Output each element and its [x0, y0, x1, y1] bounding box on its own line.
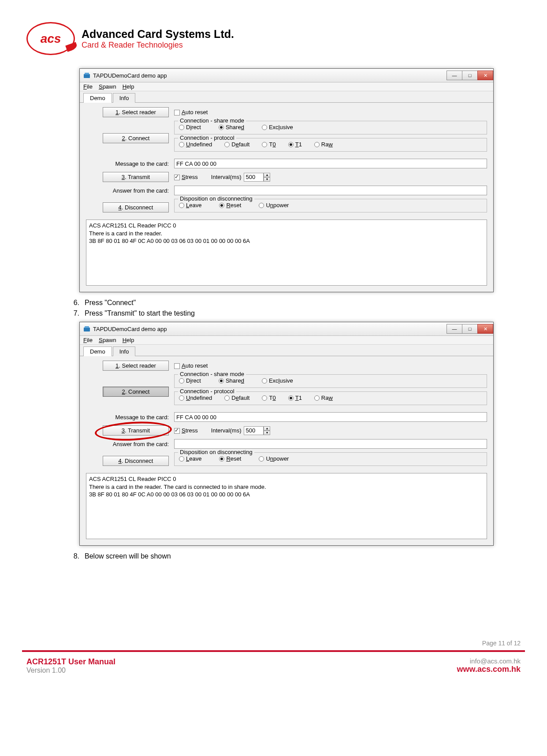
tab-demo[interactable]: Demo [83, 346, 112, 356]
close-button[interactable]: ✕ [477, 324, 493, 334]
interval-input[interactable] [244, 173, 264, 182]
close-button[interactable]: ✕ [477, 71, 493, 80]
transmit-button[interactable]: 3. Transmit [103, 425, 169, 436]
window-title: TAPDUDemoCard demo app [93, 326, 447, 332]
radio-reset[interactable]: Reset [219, 202, 241, 209]
stress-checkbox[interactable] [174, 175, 180, 180]
radio-reset[interactable]: Reset [219, 455, 241, 462]
app-icon [83, 325, 90, 332]
radio-exclusive[interactable]: Exclusive [262, 377, 293, 384]
radio-default[interactable]: Default [224, 395, 249, 401]
radio-direct[interactable]: Direct [179, 124, 201, 130]
interval-input[interactable] [244, 426, 264, 435]
step-7: 7.Press "Transmit" to start the testing [71, 309, 521, 317]
autoreset-label: Auto reset [182, 362, 208, 369]
transmit-button[interactable]: 3. Transmit [103, 172, 169, 182]
doc-header: acs Advanced Card Systems Ltd. Card & Re… [26, 22, 521, 55]
radio-t1[interactable]: T1 [288, 395, 302, 401]
titlebar: TAPDUDemoCard demo app — □ ✕ [80, 69, 493, 82]
radio-default[interactable]: Default [224, 141, 249, 148]
protocol-group: Connection - protocol Undefined Default … [174, 391, 487, 405]
select-reader-button[interactable]: 1. Select reader [103, 361, 169, 371]
radio-raw[interactable]: Raw [314, 141, 333, 148]
radio-leave[interactable]: Leave [179, 455, 201, 462]
window-title: TAPDUDemoCard demo app [93, 72, 447, 79]
titlebar: TAPDUDemoCard demo app — □ ✕ [80, 322, 493, 336]
interval-label: Interval(ms) [211, 174, 242, 180]
step-6: 6.Press "Connect" [71, 299, 521, 307]
log-output: ACS ACR1251 CL Reader PICC 0 There is a … [86, 473, 487, 539]
menu-spawn[interactable]: Spawn [99, 83, 116, 90]
disconnect-button[interactable]: 4. Disconnect [103, 456, 169, 466]
disconnect-button[interactable]: 4. Disconnect [103, 202, 169, 212]
autoreset-label: Auto reset [182, 109, 208, 115]
message-input[interactable] [174, 412, 487, 422]
svg-rect-3 [85, 326, 89, 328]
step-8: 8.Below screen will be shown [71, 552, 521, 560]
spin-down-icon[interactable]: ▼ [264, 177, 270, 182]
doc-version: Version 1.00 [26, 667, 115, 674]
maximize-button[interactable]: □ [462, 324, 478, 334]
menu-help[interactable]: Help [123, 337, 134, 343]
answer-label: Answer from the card: [113, 441, 169, 447]
menu-file[interactable]: File [83, 337, 93, 343]
tab-demo[interactable]: Demo [83, 93, 112, 103]
radio-t0[interactable]: T0 [262, 395, 275, 401]
menubar: File Spawn Help [80, 82, 493, 91]
menu-help[interactable]: Help [123, 83, 134, 90]
radio-exclusive[interactable]: Exclusive [262, 124, 293, 130]
minimize-button[interactable]: — [447, 71, 462, 80]
menu-spawn[interactable]: Spawn [99, 337, 116, 343]
radio-shared[interactable]: Shared [219, 124, 244, 130]
svg-rect-0 [84, 74, 90, 78]
contact-email: info@acs.com.hk [457, 657, 521, 665]
radio-t0[interactable]: T0 [262, 141, 275, 148]
autoreset-checkbox[interactable] [174, 363, 180, 369]
logo-icon: acs [26, 22, 75, 55]
radio-shared[interactable]: Shared [219, 377, 244, 384]
radio-unpower[interactable]: Unpower [259, 455, 289, 462]
interval-label: Interval(ms) [211, 427, 242, 434]
website-link[interactable]: www.acs.com.hk [457, 665, 521, 674]
radio-unpower[interactable]: Unpower [259, 202, 289, 209]
radio-undefined[interactable]: Undefined [179, 141, 212, 148]
tab-info[interactable]: Info [113, 93, 136, 103]
protocol-group: Connection - protocol Undefined Default … [174, 138, 487, 152]
tab-info[interactable]: Info [113, 346, 136, 356]
doc-title: ACR1251T User Manual [26, 657, 115, 667]
page-number: Page 11 of 12 [0, 640, 547, 647]
company-tagline: Card & Reader Technologies [82, 41, 234, 50]
disposition-group: Disposition on disconnecting Leave Reset… [174, 452, 487, 466]
radio-t1[interactable]: T1 [288, 141, 302, 148]
company-name: Advanced Card Systems Ltd. [82, 28, 234, 41]
autoreset-checkbox[interactable] [174, 110, 180, 115]
connect-button[interactable]: 2. Connect [103, 133, 169, 143]
spin-up-icon[interactable]: ▲ [264, 173, 270, 177]
connect-button[interactable]: 2. Connect [103, 387, 169, 397]
radio-leave[interactable]: Leave [179, 202, 201, 209]
maximize-button[interactable]: □ [462, 71, 478, 80]
msg-label: Message to the card: [115, 160, 169, 167]
stress-label: Stress [182, 174, 198, 180]
answer-output [174, 439, 487, 449]
app-window-2: TAPDUDemoCard demo app — □ ✕ File Spawn … [79, 322, 494, 546]
share-mode-group: Connection - share mode Direct Shared Ex… [174, 121, 487, 134]
log-output: ACS ACR1251 CL Reader PICC 0 There is a … [86, 220, 487, 286]
minimize-button[interactable]: — [447, 324, 462, 334]
spin-down-icon[interactable]: ▼ [264, 431, 270, 435]
menubar: File Spawn Help [80, 336, 493, 345]
spin-up-icon[interactable]: ▲ [264, 426, 270, 431]
radio-raw[interactable]: Raw [314, 395, 333, 401]
app-window-1: TAPDUDemoCard demo app — □ ✕ File Spawn … [79, 68, 494, 292]
radio-undefined[interactable]: Undefined [179, 395, 212, 401]
answer-label: Answer from the card: [113, 187, 169, 194]
answer-output [174, 186, 487, 195]
message-input[interactable] [174, 159, 487, 168]
svg-rect-1 [85, 73, 89, 74]
svg-rect-2 [84, 328, 90, 331]
radio-direct[interactable]: Direct [179, 377, 201, 384]
stress-checkbox[interactable] [174, 428, 180, 434]
select-reader-button[interactable]: 1. Select reader [103, 107, 169, 117]
menu-file[interactable]: File [83, 83, 93, 90]
disposition-group: Disposition on disconnecting Leave Reset… [174, 199, 487, 212]
